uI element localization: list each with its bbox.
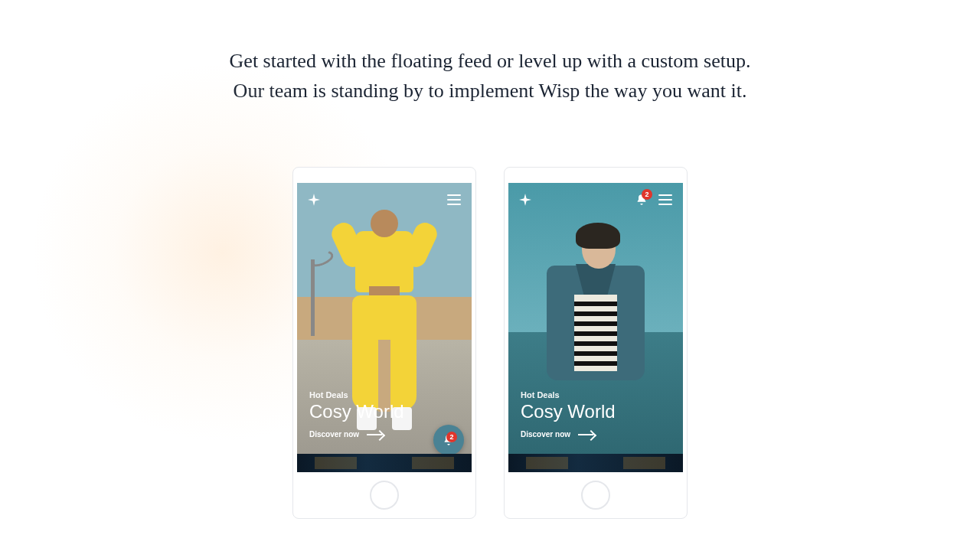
hero-text: Hot Deals Cosy World Discover now [521, 390, 616, 439]
header-bell-button[interactable]: 2 [635, 194, 648, 206]
hero-title: Cosy World [521, 401, 616, 422]
phone-mockup-header-bell: 2 Hot Deals Cosy World Discover now [504, 167, 688, 519]
arrow-right-icon [367, 432, 384, 438]
notification-badge: 2 [642, 189, 652, 200]
floating-bell-button[interactable]: 2 [433, 425, 464, 454]
next-card-peek[interactable] [508, 454, 683, 472]
phone-mockups-row: Hot Deals Cosy World Discover now 2 [0, 167, 980, 519]
hero-eyebrow: Hot Deals [309, 390, 404, 399]
phone-screen: Hot Deals Cosy World Discover now 2 [297, 183, 472, 473]
hero-card[interactable]: 2 Hot Deals Cosy World Discover now [508, 183, 683, 454]
sparkle-icon[interactable] [519, 194, 531, 206]
headline-line2: Our team is standing by to implement Wis… [234, 80, 747, 102]
discover-label: Discover now [309, 430, 359, 439]
hero-text: Hot Deals Cosy World Discover now [309, 390, 404, 439]
hamburger-icon[interactable] [658, 194, 672, 205]
discover-link[interactable]: Discover now [309, 430, 404, 439]
discover-label: Discover now [521, 430, 570, 439]
hamburger-icon[interactable] [447, 194, 461, 205]
phone-mockup-floating: Hot Deals Cosy World Discover now 2 [292, 167, 476, 519]
phone-screen: 2 Hot Deals Cosy World Discover now [508, 183, 683, 473]
hero-nav: 2 [519, 194, 672, 206]
phone-home-button [370, 481, 399, 510]
next-card-peek[interactable] [297, 454, 472, 472]
hero-nav [308, 194, 461, 206]
headline-line1: Get started with the floating feed or le… [230, 50, 751, 72]
hero-card[interactable]: Hot Deals Cosy World Discover now 2 [297, 183, 472, 454]
arrow-right-icon [578, 432, 595, 438]
discover-link[interactable]: Discover now [521, 430, 616, 439]
hero-title: Cosy World [309, 401, 404, 422]
basketball-hoop-pole [311, 259, 315, 336]
bell-wrap: 2 [443, 434, 455, 446]
hero-eyebrow: Hot Deals [521, 390, 616, 399]
notification-badge: 2 [446, 432, 457, 442]
page-headline: Get started with the floating feed or le… [0, 0, 980, 106]
sparkle-icon[interactable] [308, 194, 320, 206]
phone-home-button [581, 481, 610, 510]
